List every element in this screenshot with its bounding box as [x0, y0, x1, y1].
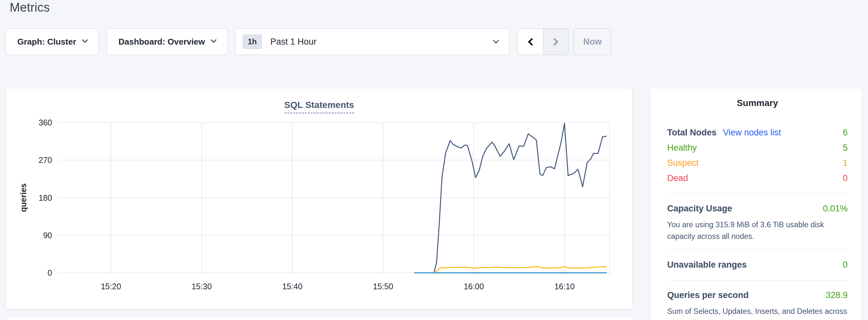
svg-text:15:40: 15:40 [282, 282, 303, 291]
now-button[interactable]: Now [574, 28, 611, 55]
graph-dropdown[interactable]: Graph: Cluster [5, 28, 99, 55]
svg-text:15:20: 15:20 [101, 282, 121, 291]
svg-text:90: 90 [43, 231, 52, 240]
summary-title: Summary [667, 98, 848, 108]
unavailable-ranges-label: Unavailable ranges [667, 257, 747, 273]
prev-time-button[interactable] [518, 29, 543, 55]
chevron-down-icon [82, 37, 88, 43]
svg-text:16:00: 16:00 [464, 282, 484, 291]
queries-per-second-section: Queries per second 328.9 Sum of Selects,… [667, 288, 848, 320]
next-time-button-disabled[interactable] [543, 29, 568, 55]
queries-per-second-value: 328.9 [826, 288, 848, 303]
svg-text:15:50: 15:50 [373, 282, 393, 291]
healthy-nodes-row: Healthy 5 [667, 140, 848, 156]
time-range-label: Past 1 Hour [270, 37, 317, 47]
chevron-down-icon [211, 37, 216, 43]
capacity-usage-caption: You are using 315.9 MiB of 3.6 TiB usabl… [667, 219, 848, 242]
view-nodes-list-link[interactable]: View nodes list [723, 125, 781, 140]
svg-text:16:10: 16:10 [554, 282, 575, 291]
summary-panel: Summary Total Nodes View nodes list 6 He… [650, 88, 862, 320]
dead-value: 0 [843, 171, 848, 186]
unavailable-ranges-value: 0 [843, 257, 848, 273]
time-range-badge: 1h [243, 34, 262, 49]
dashboard-dropdown[interactable]: Dashboard: Overview [107, 28, 227, 55]
graph-dropdown-label: Graph: Cluster [17, 37, 76, 47]
suspect-nodes-row: Suspect 1 [667, 156, 848, 171]
sql-statements-chart-card: SQL Statements 09018027036015:2015:3015:… [6, 88, 632, 309]
svg-text:queries: queries [19, 183, 28, 212]
queries-per-second-caption: Sum of Selects, Updates, Inserts, and De… [667, 306, 848, 320]
chevron-down-icon [493, 37, 499, 43]
svg-text:0: 0 [48, 268, 52, 277]
capacity-usage-section: Capacity Usage 0.01% You are using 315.9… [667, 201, 848, 242]
total-nodes-value: 6 [843, 125, 848, 140]
dashboard-dropdown-label: Dashboard: Overview [118, 37, 205, 47]
suspect-value: 1 [843, 156, 848, 171]
capacity-usage-value: 0.01% [823, 201, 848, 216]
dead-label: Dead [667, 171, 688, 186]
total-nodes-row: Total Nodes View nodes list 6 [667, 125, 848, 140]
chevron-right-icon [551, 38, 558, 45]
sql-statements-line-chart[interactable]: 09018027036015:2015:3015:4015:5016:0016:… [6, 88, 633, 310]
healthy-value: 5 [843, 140, 848, 156]
time-range-selector[interactable]: 1h Past 1 Hour [235, 28, 509, 55]
page-title: Metrics [10, 1, 50, 14]
capacity-usage-label: Capacity Usage [667, 201, 732, 216]
svg-text:360: 360 [38, 118, 52, 127]
summary-divider [667, 250, 848, 250]
queries-per-second-label: Queries per second [667, 288, 749, 303]
svg-text:15:30: 15:30 [191, 282, 212, 291]
summary-divider [667, 194, 848, 194]
summary-divider [667, 280, 848, 281]
unavailable-ranges-section: Unavailable ranges 0 [667, 257, 848, 273]
suspect-label: Suspect [667, 156, 699, 171]
next-chart-card [6, 317, 632, 320]
svg-text:270: 270 [38, 156, 52, 164]
svg-text:180: 180 [38, 193, 52, 202]
dead-nodes-row: Dead 0 [667, 171, 848, 186]
total-nodes-label: Total Nodes [667, 125, 717, 140]
healthy-label: Healthy [667, 140, 697, 156]
controls-bar: Graph: Cluster Dashboard: Overview 1h Pa… [0, 28, 868, 55]
time-step-button-group [518, 28, 568, 55]
chevron-left-icon [528, 38, 535, 45]
